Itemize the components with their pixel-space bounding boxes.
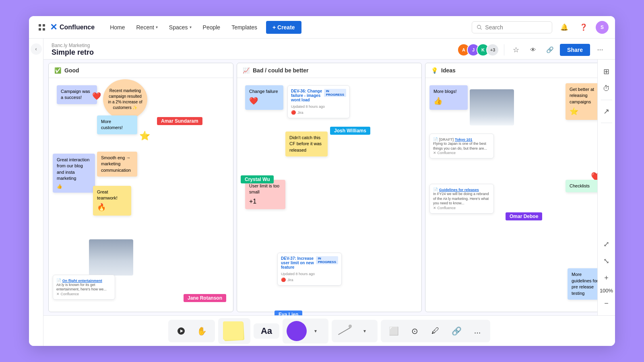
play-icon	[177, 327, 185, 335]
tool-group-frame: ⬜ ⊙ 🖊 🔗 ...	[381, 320, 490, 342]
notification-button[interactable]: 🔔	[557, 20, 572, 35]
more-tools[interactable]: ...	[469, 322, 486, 340]
jira-icon-2: 🔴	[281, 278, 286, 282]
plus1-emoji: +1	[249, 197, 281, 206]
nav-links: Home Recent ▾ Spaces ▾ People Templates …	[104, 16, 472, 39]
main-canvas-wrap: Banc.ly Marketing Simple retro A J K +3 …	[43, 39, 615, 346]
timer-icon[interactable]: ⏱	[599, 81, 614, 96]
column-bad: 📈 Bad / could be better Change failure ❤…	[237, 63, 422, 312]
search-icon	[477, 25, 482, 30]
confluence-card-guidelines[interactable]: 📄 Guidelines for releases In FY24 we wil…	[429, 184, 494, 214]
breadcrumb[interactable]: Banc.ly Marketing	[52, 43, 94, 48]
svg-line-5	[480, 28, 481, 29]
create-button[interactable]: + Create	[266, 21, 301, 34]
connection-tool[interactable]: ⊙	[406, 322, 423, 340]
hand-tool[interactable]: ✋	[193, 322, 211, 340]
text-tool[interactable]: Aa	[258, 326, 275, 336]
retro-columns: ✅ Good Campaign was a success! ❤️ Recent…	[43, 60, 615, 315]
nav-home[interactable]: Home	[104, 16, 130, 39]
page-header: Banc.ly Marketing Simple retro A J K +3 …	[43, 39, 615, 60]
logo-icon: ✕	[50, 22, 57, 33]
nav-recent[interactable]: Recent ▾	[130, 16, 163, 39]
chevron-down-shape[interactable]: ▾	[307, 322, 324, 340]
sticky-marketing-circle[interactable]: Recent marketing campaign resulted in a …	[103, 79, 147, 119]
nav-people[interactable]: People	[197, 16, 226, 39]
thumbs-emoji: 👍	[57, 183, 91, 189]
right-toolbar: ⊞ ⏱ ↗ ⤢ ⤡ + 100% −	[597, 60, 615, 315]
compress-icon[interactable]: ⤡	[599, 254, 614, 268]
image-clouds[interactable]	[89, 239, 133, 276]
sticky-checklists[interactable]: Checklists	[566, 180, 602, 192]
header-separator	[504, 44, 504, 56]
sticky-smooth[interactable]: Smooth eng → marketing communication	[97, 152, 137, 177]
toolbar-separator	[601, 100, 612, 100]
sticky-didnt-catch[interactable]: Didn't catch this CF before it was relea…	[285, 132, 328, 156]
tool-group-shape: ▾	[283, 319, 328, 343]
good-title: Good	[64, 67, 79, 74]
bad-icon: 📈	[243, 67, 250, 74]
sticky-teamwork[interactable]: Great teamwork! 🔥	[93, 186, 131, 216]
col-header-ideas: 💡 Ideas	[425, 63, 610, 78]
nav-templates[interactable]: Templates	[226, 16, 263, 39]
user-avatar[interactable]: S	[596, 21, 609, 34]
collaborators-avatars: A J K +3	[457, 43, 499, 56]
search-input[interactable]	[485, 24, 547, 31]
header-right: A J K +3 ☆ 👁 🔗 Share ···	[457, 43, 607, 57]
sticky-change-failure[interactable]: Change failure ❤️	[245, 85, 283, 110]
chevron-down-line[interactable]: ▾	[356, 322, 374, 340]
column-ideas: 💡 Ideas More blogs! 👍 Get	[425, 63, 610, 312]
line-tool[interactable]	[336, 322, 353, 340]
help-button[interactable]: ❓	[576, 20, 591, 35]
shape-circle-tool[interactable]	[287, 321, 307, 341]
tool-group-sticky	[218, 318, 250, 344]
link-embed-tool[interactable]: 🔗	[448, 322, 465, 340]
top-nav: ✕ Confluence Home Recent ▾ Spaces ▾ Peop…	[29, 16, 615, 39]
cursor-icon[interactable]: ↗	[599, 104, 614, 119]
sticky-note-tool[interactable]	[222, 321, 246, 341]
logo-text: Confluence	[60, 24, 95, 31]
expand-icon[interactable]: ⤢	[599, 237, 614, 251]
ideas-icon: 💡	[431, 67, 438, 74]
sticky-more-customers[interactable]: More customers!	[97, 115, 137, 134]
confluence-card-tokyo[interactable]: 📄 [DRAFT] Tokyo 101 Flying to Japan is o…	[429, 134, 494, 158]
search-box[interactable]	[472, 21, 552, 33]
svg-rect-1	[43, 24, 45, 27]
nav-spaces[interactable]: Spaces ▾	[163, 16, 197, 39]
share-button[interactable]: Share	[560, 44, 590, 56]
sticky-user-limit[interactable]: User limit is too small +1	[245, 180, 285, 209]
stamp-tool[interactable]: 🖊	[427, 322, 444, 340]
star-button[interactable]: ☆	[509, 43, 523, 57]
frame-tool[interactable]: ⬜	[385, 322, 402, 340]
play-tool[interactable]	[172, 322, 190, 340]
heart-emoji-bad: ❤️	[249, 96, 279, 106]
fire-emoji: 🔥	[97, 202, 127, 212]
avatar-extra-count[interactable]: +3	[486, 43, 499, 56]
col-header-good: ✅ Good	[49, 63, 233, 78]
nav-right: 🔔 ❓ S	[472, 20, 609, 35]
zoom-out-icon[interactable]: −	[599, 296, 614, 311]
whiteboard-canvas[interactable]: ✦ Amar Sundaram Josh Williams Crystal Wu…	[43, 60, 615, 315]
nav-logo[interactable]: ✕ Confluence	[50, 22, 95, 33]
left-sidebar: ‹	[29, 39, 43, 346]
more-button[interactable]: ···	[593, 43, 607, 57]
sticky-more-blogs[interactable]: More blogs! 👍	[429, 85, 468, 110]
sticky-interaction[interactable]: Great interaction from our blog and inst…	[53, 154, 95, 193]
svg-point-4	[477, 25, 481, 28]
good-icon: ✅	[54, 67, 61, 74]
app-window: ✕ Confluence Home Recent ▾ Spaces ▾ Peop…	[29, 16, 615, 346]
link-button[interactable]: 🔗	[543, 43, 557, 57]
zoom-in-icon[interactable]: +	[599, 271, 614, 285]
jira-card-dev37[interactable]: DEV-37: Increase user limit on new featu…	[277, 253, 342, 286]
content-area: ‹ Banc.ly Marketing Simple retro A J K +…	[29, 39, 615, 346]
confluence-card-flight[interactable]: 📄 On flight entertainment Air.ly is know…	[53, 275, 115, 300]
watch-button[interactable]: 👁	[526, 43, 540, 57]
table-icon[interactable]: ⊞	[599, 64, 614, 79]
jira-card-dev36[interactable]: DEV-36: Change failure - images wont loa…	[287, 85, 350, 118]
image-clouds-ideas[interactable]	[470, 89, 514, 125]
jira-icon: 🔴	[291, 110, 296, 115]
toolbar-separator-2	[601, 123, 612, 123]
grid-icon[interactable]	[35, 21, 48, 34]
tool-group-pointer: ✋	[168, 320, 215, 342]
sidebar-toggle[interactable]: ‹	[31, 43, 42, 55]
sticky-campaign[interactable]: Campaign was a success! ❤️	[57, 85, 97, 104]
